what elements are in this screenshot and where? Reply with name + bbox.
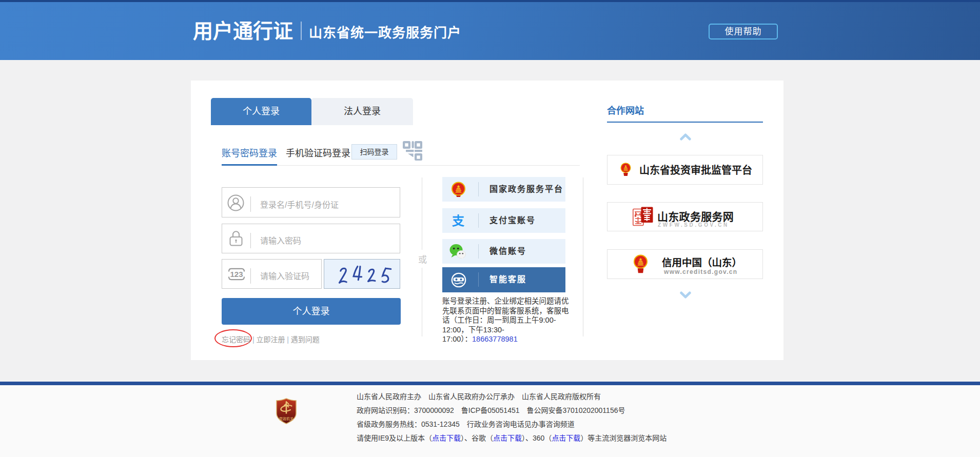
svg-text:党政机关: 党政机关 xyxy=(279,416,293,421)
svg-text:支: 支 xyxy=(452,214,465,228)
svg-text:123: 123 xyxy=(230,270,243,279)
